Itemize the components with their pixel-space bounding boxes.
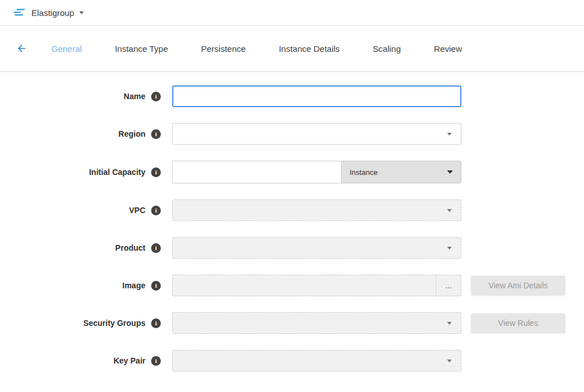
chevron-down-icon <box>447 360 452 362</box>
capacity-unit-value: Instance <box>350 168 378 177</box>
security-groups-dropdown[interactable] <box>172 312 461 334</box>
image-browse-button[interactable]: ... <box>436 275 461 296</box>
key-pair-info-icon[interactable]: i <box>151 356 161 366</box>
initial-capacity-info-icon[interactable]: i <box>151 168 161 177</box>
name-label: Name <box>124 92 145 101</box>
vpc-dropdown[interactable] <box>172 199 461 221</box>
chevron-down-icon <box>447 133 452 136</box>
capacity-unit-dropdown[interactable]: Instance <box>341 161 461 183</box>
form-row-region: Region i <box>0 123 584 145</box>
top-bar: Elastigroup <box>0 0 584 26</box>
tab-review[interactable]: Review <box>434 44 462 54</box>
vpc-label: VPC <box>129 206 145 215</box>
back-arrow-icon[interactable] <box>16 43 27 54</box>
form-row-key-pair: Key Pair i <box>0 350 584 371</box>
form-row-product: Product i <box>0 237 584 259</box>
name-info-icon[interactable]: i <box>151 92 161 101</box>
key-pair-label: Key Pair <box>113 356 145 365</box>
chevron-down-icon <box>447 170 453 174</box>
vpc-info-icon[interactable]: i <box>151 206 161 215</box>
product-info-icon[interactable]: i <box>151 243 161 253</box>
initial-capacity-label: Initial Capacity <box>89 168 145 177</box>
chevron-down-icon <box>79 11 84 14</box>
tab-persistence[interactable]: Persistence <box>201 44 246 54</box>
security-groups-info-icon[interactable]: i <box>151 318 161 328</box>
brand-name: Elastigroup <box>31 8 74 18</box>
wizard-tabs: General Instance Type Persistence Instan… <box>51 44 462 54</box>
chevron-down-icon <box>447 247 452 250</box>
form-row-image: Image i ... View Ami Details <box>0 275 584 296</box>
image-field: ... <box>172 275 461 296</box>
tab-instance-details[interactable]: Instance Details <box>279 44 340 54</box>
form-row-security-groups: Security Groups i View Rules <box>0 312 584 334</box>
elastigroup-selector[interactable]: Elastigroup <box>13 7 84 18</box>
chevron-down-icon <box>447 209 452 212</box>
chevron-down-icon <box>447 322 452 325</box>
product-label: Product <box>115 243 145 252</box>
elastigroup-logo-icon <box>13 7 26 18</box>
wizard-tab-bar: General Instance Type Persistence Instan… <box>0 26 584 72</box>
form-row-vpc: VPC i <box>0 199 584 221</box>
form-row-name: Name i <box>0 85 584 107</box>
image-info-icon[interactable]: i <box>151 281 161 291</box>
general-form: Name i Region i Initial Capacity i Inst <box>0 72 584 371</box>
region-info-icon[interactable]: i <box>151 129 161 139</box>
region-label: Region <box>119 129 145 138</box>
view-rules-button[interactable]: View Rules <box>471 313 565 333</box>
region-dropdown[interactable] <box>172 123 461 145</box>
tab-scaling[interactable]: Scaling <box>373 44 401 54</box>
tab-instance-type[interactable]: Instance Type <box>115 44 168 54</box>
image-input[interactable] <box>172 275 436 296</box>
tab-general[interactable]: General <box>51 44 82 54</box>
image-label: Image <box>123 281 145 290</box>
product-dropdown[interactable] <box>172 237 461 259</box>
initial-capacity-input[interactable] <box>172 161 341 183</box>
key-pair-dropdown[interactable] <box>172 350 461 371</box>
form-row-initial-capacity: Initial Capacity i Instance <box>0 161 584 183</box>
security-groups-label: Security Groups <box>83 318 145 328</box>
name-input[interactable] <box>172 85 461 107</box>
view-ami-details-button[interactable]: View Ami Details <box>471 276 565 295</box>
